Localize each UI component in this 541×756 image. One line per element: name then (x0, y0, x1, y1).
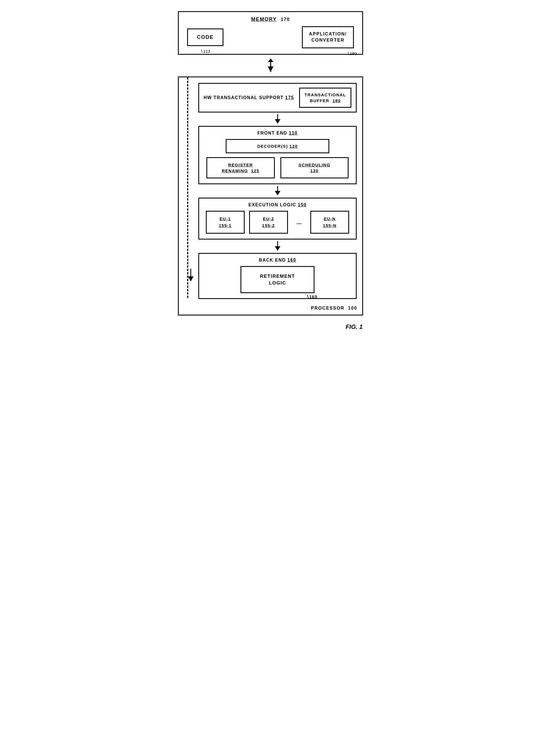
eu-row: EU-1 155-1 EU-2 155-2 ... EU-N 155-N (204, 211, 351, 234)
trans-buf-line1: TRANSACTIONAL (304, 93, 346, 97)
reg-renaming-box: REGISTER RENAMING 125 (207, 157, 275, 178)
scheduling-label: SCHEDULING (298, 162, 330, 167)
reg-line2: RENAMING (222, 168, 248, 173)
trans-buffer-box: TRANSACTIONAL BUFFER 180 (299, 88, 351, 108)
decoder-ref: 120 (289, 144, 298, 148)
svg-marker-10 (275, 246, 280, 251)
front-end-box: FRONT END 110 DECODER(S) 120 REGISTER RE… (198, 126, 357, 184)
decoder-box: DECODER(S) 120 (226, 139, 329, 153)
fig-label-text: FIG. 1 (345, 323, 362, 330)
code-label: CODE (197, 34, 214, 40)
exec-logic-ref: 150 (298, 202, 306, 207)
eu2-ref: 155-2 (262, 223, 275, 228)
dashed-line (187, 77, 188, 298)
retirement-line1: RETIREMENT (260, 274, 295, 279)
reg-line1: REGISTER (228, 162, 253, 167)
code-box: CODE (187, 29, 224, 46)
hw-trans-box: HW TRANSACTIONAL SUPPORT 175 TRANSACTION… (198, 83, 357, 113)
page-container: MEMORY 170 CODE ∖113 APPLICATION/ CONVER… (162, 11, 379, 331)
exec-logic-label: EXECUTION LOGIC 150 (204, 202, 351, 207)
svg-marker-6 (275, 119, 280, 124)
scheduling-ref: 130 (310, 168, 319, 173)
memory-label: MEMORY 170 (184, 16, 357, 22)
processor-box: HW TRANSACTIONAL SUPPORT 175 TRANSACTION… (178, 77, 363, 316)
fig-label: FIG. 1 (162, 323, 379, 331)
memory-to-processor-arrow (162, 55, 379, 77)
hw-trans-ref: 175 (285, 95, 294, 100)
svg-marker-8 (275, 191, 280, 195)
memory-label-text: MEMORY (251, 16, 277, 22)
eun-box: EU-N 155-N (310, 211, 349, 234)
trans-buf-ref: 180 (332, 98, 341, 103)
diagram-area: MEMORY 170 CODE ∖113 APPLICATION/ CONVER… (162, 11, 379, 331)
eu1-ref: 155-1 (219, 223, 232, 228)
app-line2: CONVERTER (311, 38, 344, 42)
eu1-box: EU-1 155-1 (206, 211, 245, 234)
back-end-box: BACK END 160 RETIREMENT LOGIC ∖165 (198, 253, 357, 299)
hw-trans-label: HW TRANSACTIONAL SUPPORT 175 (204, 95, 294, 100)
back-end-label: BACK END 160 (204, 258, 351, 263)
back-end-left-arrow (187, 269, 195, 284)
retirement-container: RETIREMENT LOGIC ∖165 (204, 266, 351, 293)
exec-logic-box: EXECUTION LOGIC 150 EU-1 155-1 EU-2 155-… (198, 198, 357, 240)
eu2-label: EU-2 (263, 216, 274, 221)
trans-buf-line2: BUFFER (310, 98, 329, 103)
eun-label: EU-N (324, 216, 336, 221)
app-converter-box: APPLICATION/ CONVERTER (302, 26, 354, 48)
processor-ref: 100 (348, 306, 357, 311)
code-ref: ∖113 (200, 49, 210, 54)
app-line1: APPLICATION/ (309, 32, 347, 36)
eu2-box: EU-2 155-2 (249, 211, 288, 234)
front-end-label: FRONT END 110 (204, 130, 351, 136)
front-end-ref: 110 (289, 130, 297, 135)
processor-label-text: PROCESSOR (311, 306, 344, 311)
front-end-row: REGISTER RENAMING 125 SCHEDULING 130 (204, 157, 351, 178)
retirement-line2: LOGIC (269, 280, 286, 286)
svg-marker-12 (188, 276, 194, 281)
exec-to-backend-arrow (198, 240, 357, 253)
frontend-to-exec-arrow (198, 184, 357, 198)
eu-dots: ... (292, 211, 306, 234)
memory-box: MEMORY 170 CODE ∖113 APPLICATION/ CONVER… (178, 11, 363, 55)
eun-ref: 155-N (323, 223, 336, 228)
app-ref: ∖180 (347, 51, 357, 56)
reg-ref: 125 (251, 168, 260, 173)
hw-to-frontend-arrow (198, 113, 357, 126)
eu1-label: EU-1 (220, 216, 231, 221)
processor-label: PROCESSOR 100 (311, 306, 357, 311)
retirement-ref: ∖165 (306, 294, 317, 300)
retirement-box: RETIREMENT LOGIC ∖165 (241, 266, 314, 293)
back-end-ref: 160 (287, 258, 296, 262)
scheduling-box: SCHEDULING 130 (280, 157, 349, 178)
memory-contents: CODE ∖113 APPLICATION/ CONVERTER ∖180 (184, 26, 357, 48)
memory-ref: 170 (281, 17, 290, 22)
